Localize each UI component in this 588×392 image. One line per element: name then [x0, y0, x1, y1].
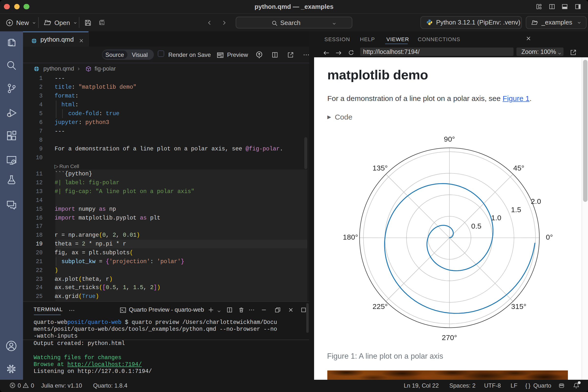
svg-text:2.0: 2.0	[531, 197, 541, 205]
svg-text:270°: 270°	[442, 333, 457, 341]
svg-text:90°: 90°	[444, 135, 455, 143]
svg-text:45°: 45°	[513, 164, 524, 172]
svg-text:1.5: 1.5	[511, 205, 521, 214]
svg-text:0°: 0°	[546, 233, 553, 241]
svg-text:135°: 135°	[373, 164, 388, 172]
svg-text:0.5: 0.5	[471, 222, 482, 230]
svg-text:225°: 225°	[373, 302, 388, 310]
svg-text:1.0: 1.0	[491, 214, 502, 222]
svg-text:315°: 315°	[511, 302, 526, 310]
svg-text:180°: 180°	[343, 233, 358, 241]
